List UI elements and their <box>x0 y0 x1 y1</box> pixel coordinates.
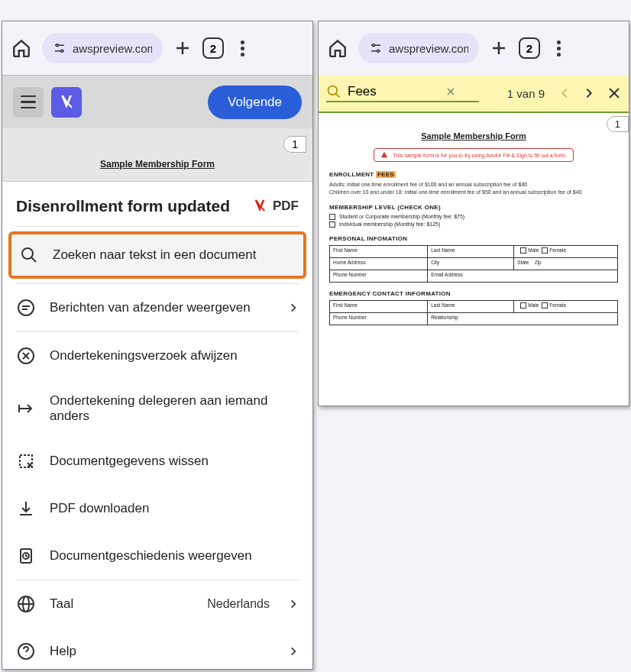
url-bar[interactable]: awspreview.com <box>358 33 479 63</box>
home-icon[interactable] <box>11 38 31 58</box>
svg-point-8 <box>18 300 34 315</box>
clear-icon <box>16 451 36 471</box>
globe-icon <box>16 594 36 614</box>
search-icon <box>19 245 39 265</box>
menu-sender-messages[interactable]: Berichten van afzender weergeven <box>2 284 312 331</box>
home-icon[interactable] <box>328 38 348 58</box>
document-preview-strip: 1 Sample Membership Form <box>2 128 312 182</box>
reject-icon <box>16 346 36 366</box>
sample-notice: This sample form is for you to try using… <box>374 148 573 162</box>
page-number-badge: 1 <box>607 116 629 132</box>
fees-adults-line: Adults: Initial one-time enrollment fee … <box>329 181 618 189</box>
membership-option-2: Individual membership (Monthly fee: $125… <box>329 221 618 228</box>
document-page[interactable]: 1 Sample Membership Form This sample for… <box>319 113 629 403</box>
find-prev-icon[interactable] <box>558 87 571 99</box>
browser-menu-icon[interactable] <box>551 40 566 57</box>
next-button[interactable]: Volgende <box>208 86 302 119</box>
chevron-right-icon <box>288 646 299 657</box>
pdf-tag: PDF <box>251 198 299 215</box>
svg-point-3 <box>61 50 63 52</box>
svg-point-1 <box>57 44 59 47</box>
membership-option-1: Student or Corporate membership (Monthly… <box>329 214 618 220</box>
document-title-preview: Sample Membership Form <box>100 159 215 170</box>
search-icon <box>326 84 341 99</box>
search-highlight: FEES <box>376 171 396 178</box>
personal-info-table: First Name Last Name MaleFemale Home Add… <box>329 245 618 283</box>
options-sheet: Disenrollment form updated PDF Zoeken na… <box>2 182 312 670</box>
menu-delegate-signing[interactable]: Ondertekening delegeren aan iemand ander… <box>2 380 312 438</box>
clear-input-icon[interactable] <box>445 86 456 97</box>
document-title: Sample Membership Form <box>329 131 618 141</box>
find-in-page-bar: 1 van 9 <box>319 75 629 113</box>
download-icon <box>16 499 36 519</box>
emergency-contact-table: First Name Last Name MaleFemale Phone Nu… <box>329 300 618 325</box>
tab-switcher[interactable]: 2 <box>202 37 224 59</box>
menu-document-history[interactable]: Documentgeschiedenis weergeven <box>2 532 312 580</box>
menu-language[interactable]: Taal Nederlands <box>2 580 312 628</box>
site-settings-icon <box>53 41 66 55</box>
browser-menu-icon[interactable] <box>235 40 250 57</box>
new-tab-icon[interactable] <box>173 39 192 57</box>
browser-toolbar: awspreview.com 2 <box>319 21 629 75</box>
find-result-count: 1 van 9 <box>507 87 545 100</box>
browser-toolbar: awspreview.com 2 <box>2 21 312 75</box>
membership-level-heading: MEMBERSHIP LEVEL (CHECK ONE) <box>329 204 618 211</box>
hamburger-menu[interactable] <box>13 87 44 118</box>
app-header: Volgende <box>2 75 312 128</box>
acrobat-logo <box>51 87 82 118</box>
warning-icon <box>380 151 388 159</box>
url-text: awspreview.com <box>389 42 468 55</box>
svg-line-7 <box>31 257 36 262</box>
menu-download-pdf[interactable]: PDF downloaden <box>2 485 312 532</box>
svg-line-31 <box>336 94 340 98</box>
svg-point-30 <box>328 86 338 95</box>
url-bar[interactable]: awspreview.com <box>42 33 163 63</box>
close-find-icon[interactable] <box>607 86 621 100</box>
menu-reject-signing[interactable]: Ondertekeningsverzoek afwijzen <box>2 332 312 380</box>
page-number-badge: 1 <box>283 136 306 153</box>
tab-switcher[interactable]: 2 <box>519 37 540 59</box>
chevron-right-icon <box>288 599 299 609</box>
help-icon <box>16 641 36 661</box>
enrollment-fees-heading: ENROLLMENT FEES <box>329 171 618 178</box>
svg-point-25 <box>373 44 375 47</box>
right-phone-frame: awspreview.com 2 1 van 9 1 Sample Member… <box>318 21 629 406</box>
fees-children-line: Children over 10 and under 18: Initial o… <box>329 189 618 196</box>
menu-clear-data[interactable]: Documentgegevens wissen <box>2 438 312 485</box>
pdf-icon <box>251 198 268 215</box>
language-value: Nederlands <box>207 597 270 611</box>
chevron-right-icon <box>288 302 299 313</box>
url-text: awspreview.com <box>73 42 152 55</box>
personal-info-heading: PERSONAL INFOMATION <box>329 235 618 242</box>
svg-point-27 <box>377 50 380 52</box>
left-phone-frame: awspreview.com 2 Volgende 1 Sample Membe… <box>2 21 313 670</box>
sheet-title: Disenrollment form updated <box>16 197 230 215</box>
message-icon <box>16 298 36 318</box>
emergency-contact-heading: EMERGENCY CONTACT INFORMATION <box>329 290 618 297</box>
menu-search-text[interactable]: Zoeken naar tekst in een document <box>8 231 306 279</box>
delegate-icon <box>16 399 36 418</box>
find-input[interactable] <box>348 84 439 99</box>
svg-point-6 <box>22 248 33 259</box>
site-settings-icon <box>369 41 383 55</box>
menu-help[interactable]: Help <box>2 628 312 670</box>
find-next-icon[interactable] <box>583 87 595 99</box>
history-icon <box>16 546 36 566</box>
new-tab-icon[interactable] <box>490 39 508 57</box>
